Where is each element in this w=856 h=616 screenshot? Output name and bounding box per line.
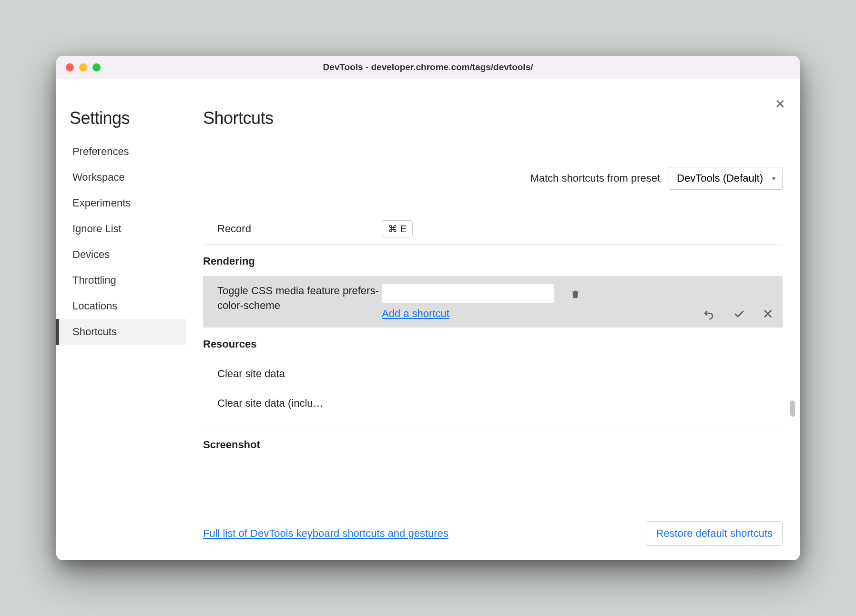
shortcut-label: Clear site data <box>217 368 285 380</box>
window-minimize-button[interactable] <box>79 63 87 72</box>
preset-select[interactable]: DevTools (Default) <box>669 167 783 190</box>
add-shortcut-link[interactable]: Add a shortcut <box>382 308 449 320</box>
sidebar-item-shortcuts[interactable]: Shortcuts <box>56 319 186 345</box>
sidebar-item-label: Locations <box>72 300 117 312</box>
traffic-lights <box>66 63 101 72</box>
confirm-icon[interactable] <box>733 308 745 320</box>
close-settings-button[interactable]: ✕ <box>775 97 785 112</box>
shortcut-key: ⌘ E <box>382 220 413 237</box>
sidebar-item-label: Devices <box>72 248 110 260</box>
shortcut-label: Clear site data (inclu… <box>217 397 324 409</box>
preset-label: Match shortcuts from preset <box>530 172 660 185</box>
devtools-settings-window: DevTools - developer.chrome.com/tags/dev… <box>56 56 800 560</box>
full-shortcuts-link[interactable]: Full list of DevTools keyboard shortcuts… <box>203 527 448 540</box>
section-header-rendering: Rendering <box>203 245 783 276</box>
shortcut-row-clear-site-data[interactable]: Clear site data <box>203 359 783 389</box>
shortcut-list: Record ⌘ E Rendering Toggle CSS media fe… <box>203 214 783 507</box>
window-title: DevTools - developer.chrome.com/tags/dev… <box>323 62 533 72</box>
preset-row: Match shortcuts from preset DevTools (De… <box>203 138 783 214</box>
shortcut-label: Record <box>217 223 382 235</box>
page-title: Shortcuts <box>203 108 783 138</box>
sidebar-title: Settings <box>56 108 186 139</box>
sidebar-item-label: Experiments <box>72 197 131 209</box>
restore-defaults-button[interactable]: Restore default shortcuts <box>646 521 783 546</box>
shortcut-row-record[interactable]: Record ⌘ E <box>203 214 783 245</box>
content-area: ✕ Settings Preferences Workspace Experim… <box>56 79 800 560</box>
sidebar-item-ignore-list[interactable]: Ignore List <box>56 216 186 242</box>
sidebar-item-label: Shortcuts <box>72 326 117 338</box>
sidebar-item-experiments[interactable]: Experiments <box>56 190 186 216</box>
sidebar-item-locations[interactable]: Locations <box>56 293 186 319</box>
window-titlebar: DevTools - developer.chrome.com/tags/dev… <box>56 56 800 79</box>
shortcut-row-clear-site-data-including[interactable]: Clear site data (inclu… <box>203 389 783 418</box>
sidebar-item-preferences[interactable]: Preferences <box>56 139 186 164</box>
edit-actions <box>702 308 773 320</box>
section-header-screenshot: Screenshot <box>203 428 783 460</box>
sidebar-item-label: Workspace <box>72 171 125 183</box>
editing-shortcut-label: Toggle CSS media feature prefers-color-s… <box>217 284 382 313</box>
main-panel: Shortcuts Match shortcuts from preset De… <box>186 79 800 560</box>
window-maximize-button[interactable] <box>92 63 101 72</box>
trash-icon[interactable] <box>570 288 581 300</box>
scrollbar-thumb[interactable] <box>790 400 795 417</box>
settings-sidebar: Settings Preferences Workspace Experimen… <box>56 79 186 560</box>
editing-center: Add a shortcut <box>382 284 554 320</box>
sidebar-item-workspace[interactable]: Workspace <box>56 164 186 190</box>
section-header-resources: Resources <box>203 328 783 359</box>
shortcut-input[interactable] <box>382 284 554 303</box>
cancel-icon[interactable] <box>763 308 773 320</box>
sidebar-item-label: Ignore List <box>72 223 122 235</box>
window-close-button[interactable] <box>66 63 74 72</box>
sidebar-item-devices[interactable]: Devices <box>56 242 186 267</box>
sidebar-item-label: Throttling <box>72 274 116 286</box>
footer: Full list of DevTools keyboard shortcuts… <box>203 507 783 546</box>
shortcut-editing-row: Toggle CSS media feature prefers-color-s… <box>203 276 783 328</box>
sidebar-item-label: Preferences <box>72 145 129 157</box>
undo-icon[interactable] <box>702 308 716 320</box>
preset-value: DevTools (Default) <box>677 172 763 184</box>
sidebar-item-throttling[interactable]: Throttling <box>56 267 186 293</box>
